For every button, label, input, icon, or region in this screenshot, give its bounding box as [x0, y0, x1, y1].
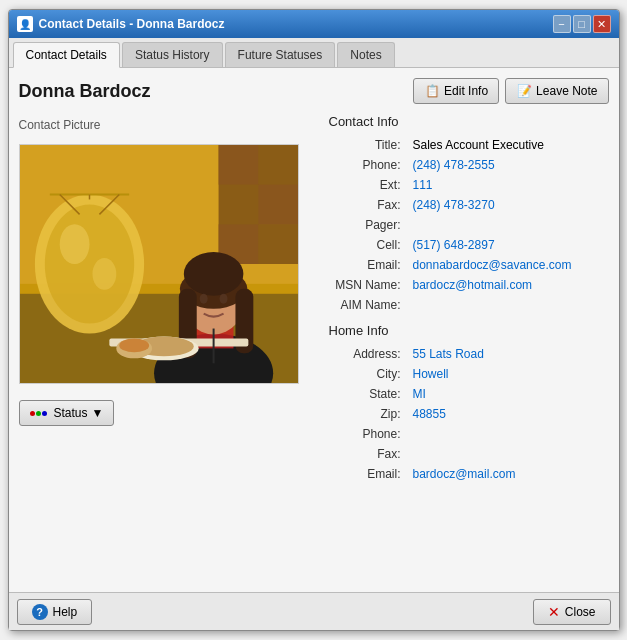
tab-status-history[interactable]: Status History	[122, 42, 223, 67]
svg-point-11	[92, 258, 116, 290]
table-row: State: MI	[329, 384, 609, 404]
help-label: Help	[53, 605, 78, 619]
table-row: Cell: (517) 648-2897	[329, 235, 609, 255]
field-label: Zip:	[329, 404, 409, 424]
field-value: 111	[409, 175, 609, 195]
edit-info-button[interactable]: 📋 Edit Info	[413, 78, 499, 104]
field-label: Ext:	[329, 175, 409, 195]
field-value	[409, 424, 609, 444]
field-value: (248) 478-3270	[409, 195, 609, 215]
table-row: Address: 55 Lats Road	[329, 344, 609, 364]
field-value: (248) 478-2555	[409, 155, 609, 175]
field-value: bardocz@mail.com	[409, 464, 609, 484]
field-label: AIM Name:	[329, 295, 409, 315]
tab-contact-details[interactable]: Contact Details	[13, 42, 120, 68]
minimize-button[interactable]: −	[553, 15, 571, 33]
table-row: Title: Sales Account Executive	[329, 135, 609, 155]
contact-info-title: Contact Info	[329, 114, 609, 129]
contact-info-table: Title: Sales Account Executive Phone: (2…	[329, 135, 609, 315]
field-label: State:	[329, 384, 409, 404]
home-info-title: Home Info	[329, 323, 609, 338]
field-value: 55 Lats Road	[409, 344, 609, 364]
status-arrow: ▼	[92, 406, 104, 420]
field-label: Cell:	[329, 235, 409, 255]
status-button[interactable]: Status ▼	[19, 400, 115, 426]
status-bar: Status ▼	[19, 400, 319, 426]
window-icon: 👤	[17, 16, 33, 32]
close-label: Close	[565, 605, 596, 619]
svg-point-4	[44, 204, 133, 323]
window-title: Contact Details - Donna Bardocz	[39, 17, 225, 31]
svg-rect-14	[258, 185, 298, 225]
photo-svg	[20, 144, 298, 384]
main-window: 👤 Contact Details - Donna Bardocz − □ ✕ …	[8, 9, 620, 631]
table-row: Fax:	[329, 444, 609, 464]
field-value: Sales Account Executive	[409, 135, 609, 155]
field-label: Title:	[329, 135, 409, 155]
field-value: bardocz@hotmail.com	[409, 275, 609, 295]
help-button[interactable]: ? Help	[17, 599, 93, 625]
picture-label: Contact Picture	[19, 114, 319, 136]
table-row: Pager:	[329, 215, 609, 235]
title-bar: 👤 Contact Details - Donna Bardocz − □ ✕	[9, 10, 619, 38]
field-value	[409, 295, 609, 315]
table-row: City: Howell	[329, 364, 609, 384]
contact-photo	[19, 144, 299, 384]
table-row: Phone:	[329, 424, 609, 444]
tab-bar: Contact Details Status History Future St…	[9, 38, 619, 68]
field-value	[409, 215, 609, 235]
field-label: Phone:	[329, 424, 409, 444]
field-label: Address:	[329, 344, 409, 364]
note-icon: 📝	[516, 83, 532, 99]
table-row: Ext: 111	[329, 175, 609, 195]
tab-future-statuses[interactable]: Future Statuses	[225, 42, 336, 67]
field-value: donnabardocz@savance.com	[409, 255, 609, 275]
svg-point-23	[199, 294, 207, 304]
field-value: Howell	[409, 364, 609, 384]
svg-rect-13	[218, 145, 258, 185]
svg-point-10	[59, 224, 89, 264]
table-row: AIM Name:	[329, 295, 609, 315]
table-row: Email: donnabardocz@savance.com	[329, 255, 609, 275]
field-label: Phone:	[329, 155, 409, 175]
field-label: Email:	[329, 464, 409, 484]
leave-note-button[interactable]: 📝 Leave Note	[505, 78, 608, 104]
field-label: Email:	[329, 255, 409, 275]
content-area: Donna Bardocz 📋 Edit Info 📝 Leave Note C…	[9, 68, 619, 592]
contact-name: Donna Bardocz	[19, 81, 151, 102]
table-row: Zip: 48855	[329, 404, 609, 424]
field-value: (517) 648-2897	[409, 235, 609, 255]
edit-icon: 📋	[424, 83, 440, 99]
table-row: MSN Name: bardocz@hotmail.com	[329, 275, 609, 295]
field-label: Fax:	[329, 444, 409, 464]
title-bar-left: 👤 Contact Details - Donna Bardocz	[17, 16, 225, 32]
title-controls: − □ ✕	[553, 15, 611, 33]
svg-point-29	[119, 338, 149, 352]
close-title-button[interactable]: ✕	[593, 15, 611, 33]
table-row: Fax: (248) 478-3270	[329, 195, 609, 215]
contact-header: Donna Bardocz 📋 Edit Info 📝 Leave Note	[19, 78, 609, 104]
table-row: Phone: (248) 478-2555	[329, 155, 609, 175]
edit-info-label: Edit Info	[444, 84, 488, 98]
field-value: MI	[409, 384, 609, 404]
main-body: Contact Picture	[19, 114, 609, 484]
status-icon	[30, 405, 50, 421]
header-buttons: 📋 Edit Info 📝 Leave Note	[413, 78, 608, 104]
svg-point-22	[183, 252, 243, 296]
maximize-button[interactable]: □	[573, 15, 591, 33]
leave-note-label: Leave Note	[536, 84, 597, 98]
status-label: Status	[54, 406, 88, 420]
tab-notes[interactable]: Notes	[337, 42, 394, 67]
table-row: Email: bardocz@mail.com	[329, 464, 609, 484]
close-button[interactable]: ✕ Close	[533, 599, 611, 625]
right-panel: Contact Info Title: Sales Account Execut…	[329, 114, 609, 484]
field-label: Pager:	[329, 215, 409, 235]
field-label: MSN Name:	[329, 275, 409, 295]
field-label: Fax:	[329, 195, 409, 215]
svg-point-24	[219, 294, 227, 304]
field-value	[409, 444, 609, 464]
field-label: City:	[329, 364, 409, 384]
help-icon: ?	[32, 604, 48, 620]
field-value: 48855	[409, 404, 609, 424]
footer: ? Help ✕ Close	[9, 592, 619, 630]
